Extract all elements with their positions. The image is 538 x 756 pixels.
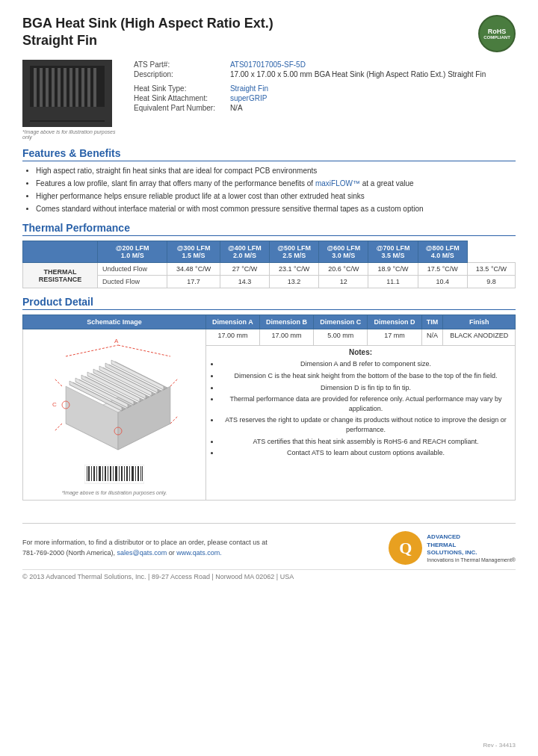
svg-rect-6	[64, 68, 67, 109]
ats-q-letter: Q	[399, 539, 412, 558]
unducted-200: 34.48 °C/W	[167, 263, 220, 276]
svg-rect-55	[115, 466, 117, 481]
rohs-compliant-text: COMPLIANT	[483, 35, 510, 40]
svg-rect-53	[110, 466, 111, 481]
feature-item-2: Features a low profile, slant fin array …	[36, 179, 516, 189]
thermal-performance-heading: Thermal Performance	[22, 222, 516, 236]
ats-tagline: Innovations in Thermal Management®	[427, 557, 516, 563]
svg-rect-3	[46, 68, 49, 109]
product-title: BGA Heat Sink (High Aspect Ratio Ext.) S…	[22, 15, 273, 50]
notes-list: Dimension A and B refer to component siz…	[209, 359, 512, 457]
description-label: Description:	[131, 69, 227, 79]
col-700lfm: @700 LFM3.5 M/S	[368, 241, 418, 263]
unducted-600: 18.9 °C/W	[368, 263, 418, 276]
rohs-badge: RoHS COMPLIANT	[478, 15, 516, 52]
unducted-400: 23.1 °C/W	[270, 263, 319, 276]
svg-rect-10	[87, 68, 90, 109]
contact-text: For more information, to find a distribu…	[22, 539, 268, 546]
svg-rect-49	[99, 466, 101, 481]
svg-rect-11	[93, 68, 96, 109]
spec-row-attachment: Heat Sink Attachment: superGRIP	[131, 93, 516, 103]
spec-row-equiv: Equivalent Part Number: N/A	[131, 103, 516, 113]
footer-area: For more information, to find a distribu…	[22, 523, 516, 580]
schematic-caption: *Image above is for illustration purpose…	[62, 490, 167, 495]
svg-rect-56	[119, 466, 120, 481]
schematic-svg: A B C	[51, 334, 178, 461]
rohs-text: RoHS	[488, 28, 507, 35]
svg-rect-2	[40, 68, 43, 109]
part-label: ATS Part#:	[131, 60, 227, 69]
ducted-400: 13.2	[270, 276, 319, 288]
dim-b-value: 17.00 mm	[259, 329, 313, 346]
svg-line-36	[170, 412, 178, 424]
unducted-flow-row: THERMAL RESISTANCE Unducted Flow 34.48 °…	[23, 263, 516, 276]
svg-line-38	[55, 379, 62, 386]
heat-sink-type-value: Straight Fin	[230, 84, 268, 93]
title-line1: BGA Heat Sink (High Aspect Ratio Ext.)	[22, 15, 273, 32]
ducted-500: 12	[319, 276, 368, 288]
svg-rect-57	[121, 466, 123, 481]
ducted-800: 9.8	[467, 276, 515, 288]
product-specs: ATS Part#: ATS017017005-SF-5D Descriptio…	[131, 60, 516, 140]
unducted-500: 20.6 °C/W	[319, 263, 368, 276]
footer-copyright: © 2013 Advanced Thermal Solutions, Inc. …	[22, 569, 516, 580]
finish-value: BLACK ANODIZED	[443, 329, 516, 346]
ats-logo-text-block: ADVANCED THERMAL SOLUTIONS, INC. Innovat…	[427, 533, 516, 562]
ducted-600: 11.1	[368, 276, 418, 288]
schematic-container: A B C	[28, 334, 201, 495]
ducted-flow-label: Ducted Flow	[98, 276, 167, 288]
dim-d-value: 17 mm	[368, 329, 421, 346]
svg-rect-4	[52, 68, 55, 109]
svg-rect-60	[129, 466, 130, 481]
note-2: Dimension C is the heat sink height from…	[220, 371, 512, 381]
footer-contact: For more information, to find a distribu…	[22, 538, 268, 558]
col-200lfm: @200 LFM1.0 M/S	[98, 241, 167, 263]
detail-values-row: A B C	[23, 329, 516, 346]
footer-section: For more information, to find a distribu…	[22, 523, 516, 565]
unducted-flow-label: Unducted Flow	[98, 263, 167, 276]
unducted-300: 27 °C/W	[220, 263, 269, 276]
ducted-200: 17.7	[167, 276, 220, 288]
phone-text: 781-769-2000 (North America),	[22, 549, 115, 557]
heatsink-illustration	[26, 62, 108, 126]
header-section: BGA Heat Sink (High Aspect Ratio Ext.) S…	[22, 15, 516, 52]
note-6: ATS certifies that this heat sink assemb…	[220, 437, 512, 447]
col-800lfm: @800 LFM4.0 M/S	[418, 241, 467, 263]
website-link[interactable]: www.qats.com.	[176, 549, 222, 557]
note-3: Dimension D is fin tip to fin tip.	[220, 383, 512, 393]
unducted-700: 17.5 °C/W	[418, 263, 467, 276]
equiv-part-value: N/A	[227, 103, 516, 113]
dim-a-value: 17.00 mm	[206, 329, 260, 346]
svg-rect-44	[87, 466, 87, 481]
spec-table: ATS Part#: ATS017017005-SF-5D Descriptio…	[131, 60, 516, 113]
svg-line-32	[66, 345, 118, 356]
product-info-area: *Image above is for illustration purpose…	[22, 60, 516, 140]
image-caption: *Image above is for illustration purpose…	[22, 129, 120, 140]
tim-header: TIM	[421, 315, 443, 329]
heat-sink-type-label: Heat Sink Type:	[131, 84, 227, 93]
svg-text:A: A	[114, 338, 119, 344]
notes-title: Notes:	[209, 348, 512, 356]
svg-rect-54	[113, 466, 114, 481]
product-image	[22, 60, 112, 127]
svg-rect-59	[126, 466, 128, 481]
ducted-700: 10.4	[418, 276, 467, 288]
ats-company-name: ADVANCED THERMAL SOLUTIONS, INC.	[427, 533, 516, 557]
svg-rect-58	[124, 466, 125, 481]
svg-text:C: C	[52, 401, 57, 408]
maxiflow-link[interactable]: maxiFLOW™	[315, 179, 360, 188]
or-text: or	[169, 549, 175, 557]
product-image-box: *Image above is for illustration purpose…	[22, 60, 120, 140]
email-link[interactable]: sales@qats.com	[117, 549, 167, 557]
col-600lfm: @600 LFM3.0 M/S	[319, 241, 368, 263]
attachment-label: Heat Sink Attachment:	[131, 93, 227, 103]
svg-rect-12	[30, 107, 105, 120]
svg-rect-7	[69, 68, 72, 109]
barcode-svg	[84, 465, 144, 487]
svg-rect-45	[88, 466, 90, 481]
col-400lfm: @400 LFM2.0 M/S	[220, 241, 269, 263]
col-300lfm: @300 LFM1.5 M/S	[167, 241, 220, 263]
svg-rect-51	[105, 466, 106, 481]
rev-text: Rev - 34413	[483, 742, 516, 749]
equiv-part-label: Equivalent Part Number:	[131, 103, 227, 113]
